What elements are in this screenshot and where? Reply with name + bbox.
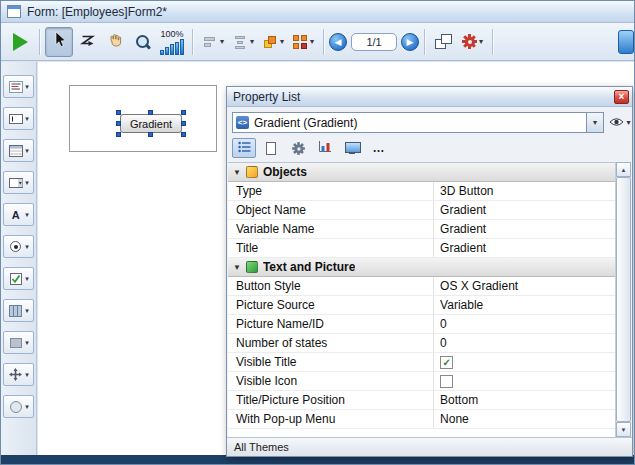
- property-row-object-name[interactable]: Object Name Gradient: [228, 201, 615, 220]
- scroll-up-button[interactable]: ▲: [616, 162, 631, 177]
- next-page-button[interactable]: ▶: [401, 33, 419, 51]
- property-value[interactable]: Gradient: [433, 239, 615, 257]
- tool-button-grid[interactable]: ▾: [3, 299, 34, 322]
- property-row-number-of-states[interactable]: Number of states 0: [228, 334, 615, 353]
- selection-handle[interactable]: [116, 110, 121, 115]
- chevron-down-icon[interactable]: ▾: [25, 211, 29, 219]
- property-row-title-picture-position[interactable]: Title/Picture Position Bottom: [228, 391, 615, 410]
- pan-tool-button[interactable]: [101, 27, 129, 57]
- object-selector-combo[interactable]: <> Gradient (Gradient) ▾: [232, 112, 604, 133]
- tool-label[interactable]: A ▾: [3, 203, 34, 226]
- property-value-text: 0: [440, 336, 447, 350]
- property-value[interactable]: 0: [433, 334, 615, 352]
- align-dropdown-button[interactable]: ▾: [198, 28, 228, 56]
- zoom-display[interactable]: 100%: [160, 29, 184, 55]
- visible-title-checkbox[interactable]: ✓: [440, 356, 453, 369]
- tab-form[interactable]: [259, 138, 283, 158]
- scrollbar-thumb[interactable]: [616, 177, 631, 422]
- themes-footer[interactable]: All Themes: [227, 437, 632, 456]
- property-row-with-popup-menu[interactable]: With Pop-up Menu None: [228, 410, 615, 429]
- selected-object[interactable]: Gradient: [116, 110, 186, 137]
- property-row-button-style[interactable]: Button Style OS X Gradient: [228, 277, 615, 296]
- tab-settings[interactable]: [286, 138, 310, 158]
- entry-order-tool-button[interactable]: [73, 27, 101, 57]
- tool-listbox[interactable]: ▾: [3, 139, 34, 162]
- selection-tool-button[interactable]: [45, 27, 73, 57]
- tool-combobox[interactable]: ▾: [3, 171, 34, 194]
- zoom-bar[interactable]: [175, 42, 179, 55]
- property-row-visible-title[interactable]: Visible Title ✓: [228, 353, 615, 372]
- property-value[interactable]: OS X Gradient: [433, 277, 615, 295]
- tool-text[interactable]: ▾: [3, 75, 34, 98]
- tool-checkbox[interactable]: ▾: [3, 267, 34, 290]
- execute-form-button[interactable]: [6, 27, 34, 57]
- duplicate-matrix-dropdown-button[interactable]: ▾: [288, 28, 318, 56]
- selection-handle[interactable]: [181, 110, 186, 115]
- selection-handle[interactable]: [148, 110, 153, 115]
- property-value[interactable]: None: [433, 410, 615, 428]
- property-row-picture-source[interactable]: Picture Source Variable: [228, 296, 615, 315]
- tab-more[interactable]: …: [367, 138, 391, 158]
- section-header-objects[interactable]: ▼ Objects: [228, 163, 615, 182]
- property-value[interactable]: Bottom: [433, 391, 615, 409]
- zoom-tool-button[interactable]: [129, 27, 157, 57]
- selection-handle[interactable]: [116, 121, 121, 126]
- level-dropdown-button[interactable]: ▾: [258, 28, 288, 56]
- tab-all-properties[interactable]: [232, 138, 256, 158]
- selection-handle[interactable]: [181, 121, 186, 126]
- window-titlebar[interactable]: Form: [Employees]Form2*: [1, 1, 634, 23]
- property-row-variable-name[interactable]: Variable Name Gradient: [228, 220, 615, 239]
- chevron-down-icon[interactable]: ▾: [25, 371, 29, 379]
- tool-rectangle[interactable]: ▾: [3, 331, 34, 354]
- zoom-bar[interactable]: [165, 47, 169, 55]
- scroll-down-button[interactable]: ▼: [616, 422, 631, 437]
- collapse-triangle-icon[interactable]: ▼: [233, 168, 241, 177]
- property-value[interactable]: 3D Button: [433, 182, 615, 200]
- selection-handle[interactable]: [148, 132, 153, 137]
- chevron-down-icon[interactable]: ▾: [25, 275, 29, 283]
- selection-handle[interactable]: [116, 132, 121, 137]
- close-button[interactable]: ×: [614, 90, 629, 104]
- chevron-down-icon[interactable]: ▾: [25, 307, 29, 315]
- property-row-picture-name-id[interactable]: Picture Name/ID 0: [228, 315, 615, 334]
- tool-oval[interactable]: ▾: [3, 395, 34, 418]
- page-indicator-field[interactable]: 1/1: [351, 33, 397, 51]
- property-value[interactable]: 0: [433, 315, 615, 333]
- previous-page-button[interactable]: ◀: [329, 33, 347, 51]
- property-list-scrollbar[interactable]: ▲ ▼: [615, 162, 631, 437]
- zoom-bar[interactable]: [180, 39, 184, 55]
- display-pages-button[interactable]: [430, 27, 458, 57]
- tool-radio[interactable]: ▾: [3, 235, 34, 258]
- property-value[interactable]: Variable: [433, 296, 615, 314]
- gradient-3d-button[interactable]: Gradient: [120, 114, 182, 133]
- zoom-bar[interactable]: [160, 50, 164, 55]
- chevron-down-icon[interactable]: ▾: [25, 115, 29, 123]
- chevron-down-icon[interactable]: ▾: [25, 339, 29, 347]
- chevron-down-icon[interactable]: ▾: [25, 243, 29, 251]
- visible-icon-checkbox[interactable]: [440, 375, 453, 388]
- chevron-down-icon[interactable]: ▾: [25, 403, 29, 411]
- tab-events[interactable]: [313, 138, 337, 158]
- clipped-toolbar-icon[interactable]: [618, 30, 634, 54]
- zoom-level-bars[interactable]: [160, 39, 184, 55]
- property-row-type[interactable]: Type 3D Button: [228, 182, 615, 201]
- chevron-down-icon[interactable]: ▾: [25, 83, 29, 91]
- property-list-titlebar[interactable]: Property List ×: [227, 87, 632, 107]
- combo-dropdown-button[interactable]: ▾: [586, 113, 603, 132]
- property-row-title[interactable]: Title Gradient: [228, 239, 615, 258]
- chevron-down-icon[interactable]: ▾: [25, 147, 29, 155]
- distribute-dropdown-button[interactable]: ▾: [228, 28, 258, 56]
- tool-splitter[interactable]: ▾: [3, 363, 34, 386]
- selection-handle[interactable]: [181, 132, 186, 137]
- form-settings-dropdown-button[interactable]: ▾: [458, 28, 487, 56]
- theme-visibility-button[interactable]: ▾: [608, 112, 632, 133]
- property-row-visible-icon[interactable]: Visible Icon: [228, 372, 615, 391]
- tab-display[interactable]: [340, 138, 364, 158]
- tool-input[interactable]: ▾: [3, 107, 34, 130]
- chevron-down-icon[interactable]: ▾: [25, 179, 29, 187]
- property-value[interactable]: Gradient: [433, 201, 615, 219]
- collapse-triangle-icon[interactable]: ▼: [233, 263, 241, 272]
- property-value[interactable]: Gradient: [433, 220, 615, 238]
- section-header-text-and-picture[interactable]: ▼ Text and Picture: [228, 258, 615, 277]
- zoom-bar[interactable]: [170, 44, 174, 55]
